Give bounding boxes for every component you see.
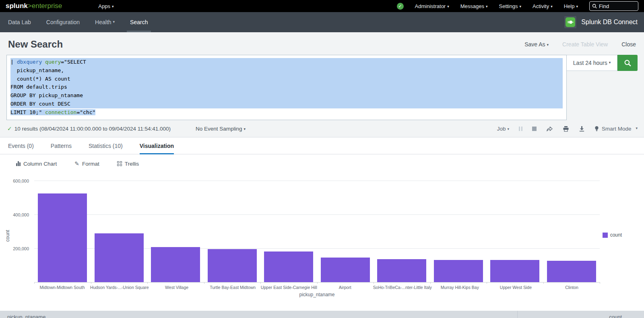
administrator-menu[interactable]: Administrator▾ xyxy=(415,3,449,9)
chart-bar[interactable] xyxy=(377,259,426,282)
axis-tick xyxy=(34,282,35,284)
nav-item-configuration[interactable]: Configuration xyxy=(46,12,80,32)
axis-tick xyxy=(543,282,544,284)
chart-legend[interactable]: count xyxy=(603,232,622,238)
chevron-down-icon: ▾ xyxy=(547,43,549,47)
legend-swatch xyxy=(603,233,608,238)
app-identity[interactable]: Splunk DB Connect xyxy=(564,16,638,28)
print-icon[interactable] xyxy=(563,126,569,132)
tab-statistics-10[interactable]: Statistics (10) xyxy=(89,137,123,154)
nav-item-search[interactable]: Search xyxy=(130,12,148,32)
x-tick-label: Upper East Side-Carnegie Hill xyxy=(261,285,317,290)
chart-bar[interactable] xyxy=(490,260,539,282)
axis-tick xyxy=(91,282,91,284)
x-axis-title: pickup_ntaname xyxy=(34,292,600,297)
results-bar: ✓ 10 results (08/04/2024 11:00:00.000 to… xyxy=(0,120,644,137)
event-sampling-menu[interactable]: No Event Sampling▾ xyxy=(196,126,246,132)
topbar-right: ✓ Administrator▾Messages▾Settings▾Activi… xyxy=(397,1,638,11)
chart-bar[interactable] xyxy=(208,249,257,282)
save-as-button[interactable]: Save As▾ xyxy=(524,41,549,48)
create-table-view-button[interactable]: Create Table View xyxy=(562,41,608,48)
page-title: New Search xyxy=(8,39,63,50)
axis-tick xyxy=(147,282,148,284)
tab-visualization[interactable]: Visualization xyxy=(140,137,174,154)
share-icon[interactable] xyxy=(546,126,553,132)
chart-bar[interactable] xyxy=(321,258,370,282)
activity-menu[interactable]: Activity▾ xyxy=(533,3,553,9)
pause-button[interactable] xyxy=(519,127,522,131)
chart-bar[interactable] xyxy=(264,251,313,282)
query-line: LIMIT 10;" connection="chc" xyxy=(10,108,563,117)
chart-bar[interactable] xyxy=(434,260,483,282)
column-header-count[interactable]: count xyxy=(517,311,644,318)
axis-tick xyxy=(430,282,431,284)
apps-menu[interactable]: Apps▾ xyxy=(98,3,114,9)
page-header: New Search Save As▾ Create Table View Cl… xyxy=(0,32,644,55)
query-line: GROUP BY pickup_ntaname xyxy=(10,91,563,100)
chart-plot-area xyxy=(34,181,600,283)
column-header-pickup-ntaname[interactable]: pickup_ntaname xyxy=(0,311,517,318)
topbar: splunk>enterprise Apps▾ ✓ Administrator▾… xyxy=(0,0,644,12)
bar-slot xyxy=(260,181,317,282)
app-navbar: Data LabConfigurationHealth▾Search Splun… xyxy=(0,12,644,32)
find-search-box[interactable] xyxy=(589,1,638,11)
query-line: count(*) AS count xyxy=(10,75,563,83)
column-chart: count 200,000400,000600,000 Midtown-Midt… xyxy=(0,173,644,301)
chart-bar[interactable] xyxy=(95,233,144,282)
search-submit-button[interactable] xyxy=(617,55,638,71)
chart-bar[interactable] xyxy=(547,261,596,282)
chart-bar[interactable] xyxy=(151,247,200,282)
job-menu[interactable]: Job▾ xyxy=(497,126,509,132)
search-query-input[interactable]: | dbxquery query="SELECT pickup_ntaname,… xyxy=(6,55,567,120)
x-tick-label: Airport xyxy=(317,285,373,290)
bar-slot xyxy=(543,181,600,282)
lightbulb-icon xyxy=(594,126,599,132)
time-range-picker[interactable]: Last 24 hours▾ xyxy=(567,55,617,71)
query-line: FROM default.trips xyxy=(10,83,563,91)
axis-tick xyxy=(374,282,374,284)
bar-slot xyxy=(204,181,261,282)
find-input[interactable] xyxy=(599,3,631,9)
y-tick-label: 600,000 xyxy=(0,179,29,183)
axis-tick xyxy=(260,282,261,284)
messages-menu[interactable]: Messages▾ xyxy=(460,3,488,9)
statistics-table-header: pickup_ntaname count xyxy=(0,311,644,318)
nav-item-data-lab[interactable]: Data Lab xyxy=(8,12,31,32)
nav-item-health[interactable]: Health▾ xyxy=(95,12,115,32)
search-mode-menu[interactable]: Smart Mode▾ xyxy=(594,126,638,132)
chart-type-button[interactable]: Column Chart xyxy=(16,161,57,167)
trellis-button[interactable]: Trellis xyxy=(117,161,139,167)
y-axis-title: count xyxy=(5,230,10,241)
x-tick-label: Clinton xyxy=(544,285,600,290)
header-actions: Save As▾ Create Table View Close xyxy=(524,41,636,48)
axis-tick xyxy=(487,282,487,284)
results-summary: 10 results (08/04/2024 11:00:00.000 to 0… xyxy=(14,126,171,132)
export-icon[interactable] xyxy=(579,126,585,132)
help-menu[interactable]: Help▾ xyxy=(564,3,578,9)
x-tick-label: Midtown-Midtown South xyxy=(34,285,90,290)
chevron-down-icon: ▾ xyxy=(486,4,488,8)
y-tick-label: 400,000 xyxy=(0,212,29,217)
bar-slot xyxy=(374,181,430,282)
bar-slot xyxy=(317,181,374,282)
tab-events-0[interactable]: Events (0) xyxy=(8,137,34,154)
settings-menu[interactable]: Settings▾ xyxy=(499,3,522,9)
chevron-down-icon: ▾ xyxy=(447,4,449,8)
x-tick-label: Turtle Bay-East Midtown xyxy=(205,285,261,290)
x-axis-labels: Midtown-Midtown SouthHudson Yards-...-Un… xyxy=(34,285,600,290)
tab-patterns[interactable]: Patterns xyxy=(51,137,72,154)
splunk-logo[interactable]: splunk>enterprise xyxy=(6,2,62,10)
close-button[interactable]: Close xyxy=(621,41,636,48)
app-nav-items: Data LabConfigurationHealth▾Search xyxy=(8,12,163,32)
x-tick-label: West Village xyxy=(149,285,205,290)
query-line: ORDER BY count DESC xyxy=(10,100,563,108)
search-icon xyxy=(592,4,597,8)
query-line: pickup_ntaname, xyxy=(10,67,563,75)
chevron-down-icon: ▾ xyxy=(636,126,638,130)
stop-button[interactable] xyxy=(532,127,537,131)
format-button[interactable]: ✎ Format xyxy=(74,160,99,167)
check-icon: ✓ xyxy=(7,125,12,132)
chevron-down-icon: ▾ xyxy=(551,4,553,8)
chart-bar[interactable] xyxy=(38,193,87,283)
health-status-icon[interactable]: ✓ xyxy=(397,3,404,10)
